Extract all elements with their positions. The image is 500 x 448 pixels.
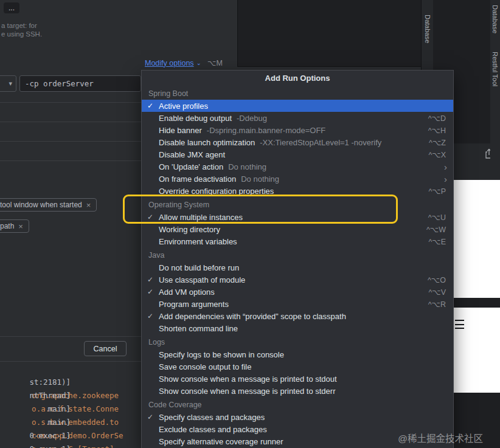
divider (0, 361, 141, 362)
menu-item[interactable]: Save console output to file (142, 360, 453, 373)
menu-item-shortcut: ^⌥Z (429, 138, 446, 147)
menu-item-label: Add dependencies with “provided” scope t… (159, 312, 346, 321)
section-header: Code Coverage (142, 397, 453, 411)
panel-gap (454, 298, 500, 308)
menu-item-shortcut: ^⌥P (428, 187, 446, 196)
chevron-down-icon: ⌄ (196, 60, 201, 66)
tool-window-tab[interactable]: Restful Tool (491, 52, 499, 86)
checkmark-icon: ✓ (145, 413, 155, 421)
menu-item[interactable]: Shorten command line (142, 322, 453, 334)
menu-item-label: Disable launch optimization (159, 138, 255, 147)
console-thread: st:2181)] (27, 376, 71, 389)
tag-chip[interactable]: tool window when started × (0, 198, 97, 212)
menu-item-detail: -XX:TieredStopAtLevel=1 -noverify (260, 138, 381, 147)
menu-item[interactable]: ✓ Use classpath of module ^⌥O (142, 274, 453, 286)
modify-options-row: Modify options ⌄ ⌥M (145, 58, 223, 67)
section-header: Spring Boot (142, 86, 453, 100)
tab-database[interactable]: Database (424, 15, 431, 43)
console-thread: main] (27, 416, 71, 429)
embedded-dark-panel (237, 0, 421, 67)
menu-item[interactable]: Environment variables ^⌥E (142, 235, 453, 247)
divider (0, 141, 141, 142)
popup-title: Add Run Options (142, 71, 453, 86)
popup-section: Operating System ✓ Allow multiple instan… (142, 197, 453, 247)
tag-chip[interactable]: path × (0, 219, 29, 233)
tag-chips: tool window when started × path × (0, 198, 97, 233)
menu-item[interactable]: ✓ Add VM options ^⌥V (142, 286, 453, 298)
menu-item-shortcut: ^⌥D (428, 114, 446, 123)
menu-item-label: Override configuration properties (159, 187, 274, 196)
menu-item-label: On frame deactivation (159, 174, 236, 184)
add-run-options-popup: Add Run Options Spring Boot ✓ Active pro… (141, 70, 454, 448)
menu-item-label: Working directory (159, 225, 220, 234)
menu-item-label: Enable debug output (159, 114, 232, 123)
browser-content-panel (454, 180, 500, 298)
menu-item-shortcut: ^⌥R (428, 300, 446, 309)
menu-item-shortcut: ^⌥X (428, 150, 446, 159)
menu-item[interactable]: Specify logs to be shown in console (142, 348, 453, 360)
chevron-down-icon: ▾ (9, 80, 12, 88)
menu-item[interactable]: On 'Update' action Do nothing › (142, 160, 453, 173)
tag-label: path (0, 222, 14, 230)
menu-item[interactable]: Disable launch optimization -XX:TieredSt… (142, 136, 453, 148)
divider (0, 122, 141, 122)
menu-item[interactable]: Do not build before run (142, 261, 453, 274)
checkmark-icon: ✓ (145, 102, 155, 110)
hint-line-2: e using SSH. (1, 30, 42, 38)
menu-item[interactable]: On frame deactivation Do nothing › (142, 173, 453, 185)
menu-item-label: Shorten command line (159, 324, 238, 333)
popup-section: Logs Specify logs to be shown in console… (142, 334, 453, 397)
editor-tab[interactable]: ... (4, 2, 19, 13)
checkmark-icon: ✓ (145, 288, 155, 296)
shortcut-label: ⌥M (207, 58, 223, 67)
hint-line-1: a target: for (1, 22, 37, 29)
menu-item-label: Exclude classes and packages (159, 425, 267, 434)
menu-icon[interactable] (455, 320, 464, 329)
close-icon[interactable]: × (18, 222, 23, 230)
menu-item[interactable]: ✓ Add dependencies with “provided” scope… (142, 310, 453, 322)
modify-options-link[interactable]: Modify options (145, 59, 194, 67)
menu-item-label: Active profiles (159, 102, 208, 111)
module-dropdown[interactable]: ▾ (0, 75, 16, 92)
menu-item[interactable]: Hide banner -Dspring.main.banner-mode=OF… (142, 124, 453, 136)
menu-item-label: Show console when a message is printed t… (159, 374, 337, 384)
section-header: Operating System (142, 197, 453, 211)
menu-item[interactable]: ✓ Allow multiple instances ^⌥U (142, 211, 453, 223)
menu-item-label: Specify classes and packages (159, 413, 265, 422)
divider (0, 336, 141, 337)
menu-item[interactable]: Show console when a message is printed t… (142, 373, 453, 385)
watermark: @稀土掘金技术社区 (398, 431, 483, 444)
console-thread: 0-exec-1] (27, 443, 71, 448)
menu-item-shortcut: ^⌥W (426, 225, 446, 234)
checkmark-icon: ✓ (145, 213, 155, 221)
menu-item-label: Do not build before run (159, 263, 239, 272)
console-output[interactable]: st:2181)] org.apache.zookeepe ntThread] … (0, 362, 141, 448)
menu-item-label: Environment variables (159, 237, 237, 246)
popup-section: Spring Boot ✓ Active profiles Enable deb… (142, 86, 453, 197)
menu-item-shortcut: ^⌥V (428, 288, 446, 297)
cli-arguments-field[interactable]: -cp orderServer (19, 75, 141, 92)
menu-item-detail: -Dspring.main.banner-mode=OFF (207, 126, 325, 135)
menu-item[interactable]: Override configuration properties ^⌥P (142, 185, 453, 197)
close-icon[interactable]: × (86, 201, 91, 209)
right-edge-tool-bar: DatabaseRestful Tool (490, 0, 500, 180)
menu-item[interactable]: Enable debug output -Ddebug ^⌥D (142, 112, 453, 124)
menu-item-label: Use classpath of module (159, 275, 245, 284)
menu-item[interactable]: ✓ Specify classes and packages (142, 411, 453, 423)
cancel-button[interactable]: Cancel (84, 341, 127, 356)
menu-item[interactable]: Program arguments ^⌥R (142, 298, 453, 310)
tool-window-tab[interactable]: Database (491, 5, 499, 33)
menu-item-label: Save console output to file (159, 362, 252, 371)
console-thread: main] (27, 402, 71, 416)
menu-item-label: Allow multiple instances (159, 213, 243, 222)
menu-item-detail: Do nothing (241, 174, 279, 184)
submenu-chevron-icon: › (444, 162, 447, 171)
menu-item[interactable]: ✓ Active profiles (142, 100, 453, 112)
menu-item[interactable]: Disable JMX agent ^⌥X (142, 148, 453, 160)
menu-item[interactable]: Show console when a message is printed t… (142, 385, 453, 397)
section-header: Java (142, 247, 453, 261)
tag-label: tool window when started (0, 201, 82, 209)
menu-item-label: Show console when a message is printed t… (159, 387, 336, 396)
section-header: Logs (142, 334, 453, 348)
menu-item[interactable]: Working directory ^⌥W (142, 223, 453, 235)
